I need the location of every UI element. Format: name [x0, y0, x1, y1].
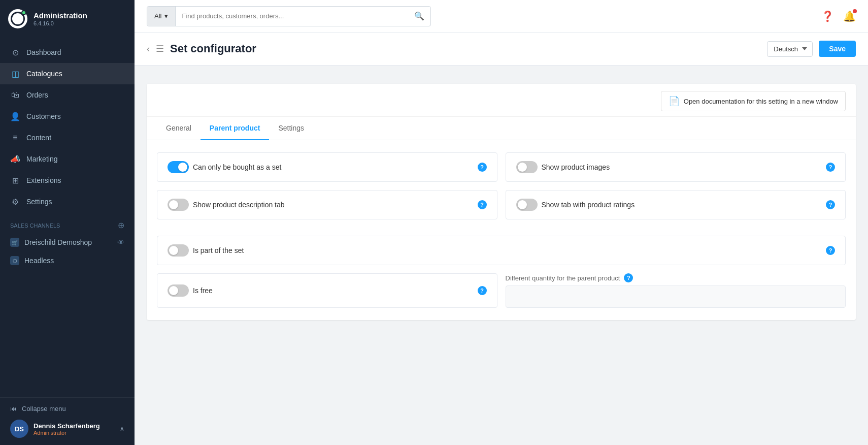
- sales-channel-label: Dreischild Demoshop: [24, 238, 92, 246]
- sidebar-nav: ⊙ Dashboard ◫ Catalogues 🛍 Orders 👤 Cust…: [0, 38, 135, 397]
- avatar: DS: [10, 420, 28, 438]
- app-info: Administration 6.4.16.0: [34, 11, 87, 26]
- can-only-bought-toggle[interactable]: [168, 161, 189, 173]
- show-ratings-tab-card: Show tab with product ratings ?: [506, 190, 846, 219]
- search-filter-label: All: [154, 12, 161, 20]
- customers-icon: 👤: [10, 111, 20, 121]
- list-button[interactable]: ☰: [156, 43, 164, 54]
- page-title: Set configurator: [170, 42, 256, 55]
- sidebar-item-content[interactable]: ≡ Content: [0, 127, 135, 148]
- dreischild-icon: 🛒: [10, 238, 19, 247]
- sidebar-item-label: Customers: [26, 112, 61, 120]
- search-bar: All ▾ 🔍: [147, 6, 431, 26]
- is-part-of-set-help[interactable]: ?: [826, 246, 835, 255]
- show-product-images-label: Show product images: [516, 161, 610, 173]
- main-content: All ▾ 🔍 ❓ 🔔 ‹ ☰ Set configurator Deutsch…: [135, 0, 868, 445]
- status-dot: [21, 10, 26, 15]
- catalogues-icon: ◫: [10, 69, 20, 79]
- language-select[interactable]: Deutsch English: [767, 41, 813, 57]
- qty-label: Different quantity for the parent produc…: [506, 274, 620, 282]
- collapse-icon: ⏮: [10, 405, 17, 412]
- sidebar-item-headless[interactable]: ⬡ Headless: [0, 251, 135, 270]
- sidebar-item-orders[interactable]: 🛍 Orders: [0, 84, 135, 106]
- eye-icon: 👁: [117, 238, 124, 246]
- toggle-row-2: Show product description tab ? Show tab …: [157, 190, 846, 219]
- is-part-of-set-card: Is part of the set ?: [157, 236, 846, 265]
- tab-settings[interactable]: Settings: [269, 117, 313, 140]
- sidebar-item-label: Settings: [26, 198, 52, 206]
- notification-badge: [853, 9, 857, 13]
- help-icon[interactable]: ❓: [821, 10, 834, 22]
- is-free-help[interactable]: ?: [478, 286, 487, 295]
- tab-parent-product[interactable]: Parent product: [201, 117, 270, 140]
- app-version: 6.4.16.0: [34, 20, 87, 26]
- sales-channel-label: Headless: [24, 257, 54, 265]
- show-description-tab-label: Show product description tab: [168, 199, 285, 211]
- doc-link-label: Open documentation for this setting in a…: [684, 98, 838, 105]
- sidebar-item-customers[interactable]: 👤 Customers: [0, 106, 135, 127]
- tab-general[interactable]: General: [157, 117, 201, 140]
- show-ratings-tab-label: Show tab with product ratings: [516, 199, 635, 211]
- back-button[interactable]: ‹: [147, 44, 150, 54]
- sidebar-item-extensions[interactable]: ⊞ Extensions: [0, 170, 135, 191]
- page-header: ‹ ☰ Set configurator Deutsch English Sav…: [135, 33, 868, 66]
- headless-icon: ⬡: [10, 256, 19, 265]
- bottom-row: Is free ? Different quantity for the par…: [157, 273, 846, 308]
- search-input[interactable]: [176, 7, 408, 26]
- extensions-icon: ⊞: [10, 175, 20, 185]
- app-name: Administration: [34, 11, 87, 20]
- marketing-icon: 📣: [10, 154, 20, 164]
- can-only-bought-card: Can only be bought as a set ?: [157, 152, 497, 182]
- collapse-label: Collapse menu: [22, 405, 66, 412]
- sidebar-item-label: Extensions: [26, 176, 61, 184]
- can-only-bought-help[interactable]: ?: [478, 163, 487, 172]
- documentation-link[interactable]: 📄 Open documentation for this setting in…: [661, 91, 846, 111]
- is-free-toggle[interactable]: [168, 284, 189, 297]
- sidebar-item-catalogues[interactable]: ◫ Catalogues: [0, 63, 135, 84]
- sidebar-item-settings[interactable]: ⚙ Settings: [0, 191, 135, 212]
- qty-section: Different quantity for the parent produc…: [506, 273, 846, 308]
- is-part-of-set-toggle[interactable]: [168, 244, 189, 257]
- can-only-bought-label: Can only be bought as a set: [168, 161, 281, 173]
- sidebar-footer: ⏮ Collapse menu DS Dennis Scharfenberg A…: [0, 397, 135, 445]
- sidebar-item-label: Catalogues: [26, 70, 62, 78]
- show-product-images-toggle[interactable]: [516, 161, 538, 173]
- user-role: Administrator: [34, 430, 100, 436]
- content-icon: ≡: [10, 133, 20, 143]
- add-sales-channel-button[interactable]: ⊕: [118, 220, 124, 230]
- show-product-images-help[interactable]: ?: [826, 163, 835, 172]
- sidebar-item-dashboard[interactable]: ⊙ Dashboard: [0, 42, 135, 63]
- qty-help[interactable]: ?: [624, 273, 633, 282]
- sidebar-item-label: Marketing: [26, 155, 57, 163]
- search-filter-button[interactable]: All ▾: [147, 7, 176, 26]
- show-description-tab-help[interactable]: ?: [478, 200, 487, 209]
- qty-input[interactable]: [506, 285, 846, 308]
- show-ratings-tab-help[interactable]: ?: [826, 200, 835, 209]
- doc-link-bar: 📄 Open documentation for this setting in…: [147, 84, 856, 117]
- settings-icon: ⚙: [10, 197, 20, 207]
- user-section: DS Dennis Scharfenberg Administrator ∧: [10, 420, 124, 438]
- toggle-row-1: Can only be bought as a set ? Show produ…: [157, 152, 846, 182]
- sidebar-item-dreischild[interactable]: 🛒 Dreischild Demoshop 👁: [0, 233, 135, 251]
- sidebar-item-label: Dashboard: [26, 48, 61, 56]
- chevron-down-icon[interactable]: ∧: [120, 425, 124, 432]
- collapse-menu-button[interactable]: ⏮ Collapse menu: [10, 405, 124, 420]
- show-ratings-tab-toggle[interactable]: [516, 199, 538, 211]
- dashboard-icon: ⊙: [10, 47, 20, 57]
- doc-icon: 📄: [669, 96, 680, 107]
- search-submit-button[interactable]: 🔍: [408, 11, 430, 21]
- sidebar-item-label: Orders: [26, 91, 48, 99]
- page-header-left: ‹ ☰ Set configurator: [147, 42, 256, 55]
- topbar: All ▾ 🔍 ❓ 🔔: [135, 0, 868, 33]
- sidebar: Administration 6.4.16.0 ⊙ Dashboard ◫ Ca…: [0, 0, 135, 445]
- user-info: Dennis Scharfenberg Administrator: [34, 422, 100, 436]
- show-product-images-card: Show product images ?: [506, 152, 846, 182]
- sidebar-item-marketing[interactable]: 📣 Marketing: [0, 148, 135, 170]
- notifications-icon[interactable]: 🔔: [843, 10, 856, 22]
- show-description-tab-toggle[interactable]: [168, 199, 189, 211]
- save-button[interactable]: Save: [819, 41, 856, 57]
- is-free-card: Is free ?: [157, 273, 497, 308]
- orders-icon: 🛍: [10, 90, 20, 100]
- content-area: 📄 Open documentation for this setting in…: [135, 66, 868, 445]
- sidebar-header: Administration 6.4.16.0: [0, 0, 135, 38]
